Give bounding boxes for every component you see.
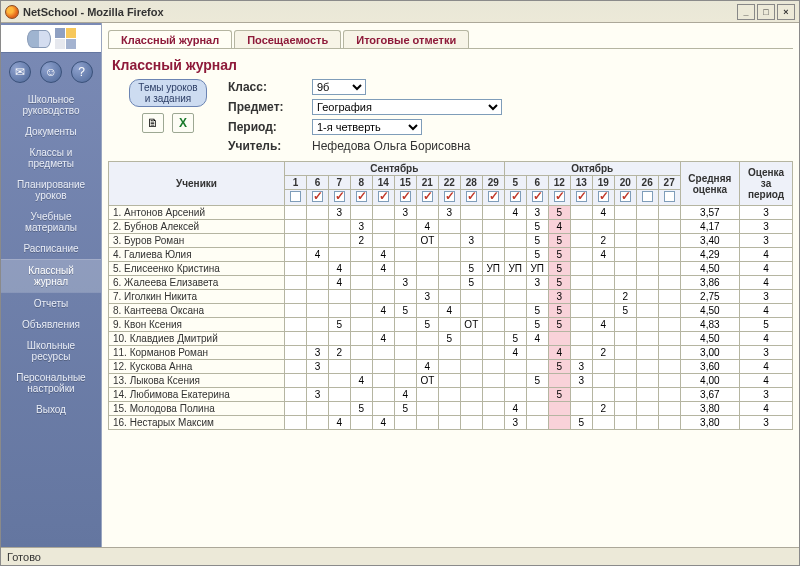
grade-cell[interactable] [482,304,504,318]
grade-cell[interactable] [658,206,680,220]
grade-cell[interactable] [526,388,548,402]
grade-cell[interactable] [658,402,680,416]
grade-cell[interactable] [394,262,416,276]
day-header[interactable]: 21 [416,176,438,190]
grade-cell[interactable]: 3 [526,276,548,290]
grade-cell[interactable] [614,248,636,262]
grade-cell[interactable] [394,346,416,360]
grade-cell[interactable]: 5 [548,234,570,248]
grade-cell[interactable]: 4 [504,206,526,220]
grade-cell[interactable] [306,276,328,290]
grade-cell[interactable]: 4 [328,262,350,276]
grade-cell[interactable] [570,290,592,304]
grade-cell[interactable] [328,234,350,248]
sidebar-item-10[interactable]: Персональныенастройки [1,367,101,399]
grade-cell[interactable] [504,304,526,318]
grade-cell[interactable] [504,276,526,290]
grade-cell[interactable] [526,360,548,374]
sidebar-item-5[interactable]: Расписание [1,238,101,259]
grade-cell[interactable] [592,276,614,290]
grade-cell[interactable] [592,388,614,402]
grade-cell[interactable]: 3 [328,206,350,220]
grade-cell[interactable]: 5 [526,234,548,248]
grade-cell[interactable] [482,234,504,248]
grade-cell[interactable] [350,276,372,290]
grade-cell[interactable] [438,290,460,304]
grade-cell[interactable] [438,248,460,262]
day-checkbox[interactable] [636,190,658,206]
grade-cell[interactable] [328,360,350,374]
sidebar-item-3[interactable]: Планированиеуроков [1,174,101,206]
grade-cell[interactable]: 5 [526,318,548,332]
student-name[interactable]: 3. Буров Роман [109,234,285,248]
help-icon[interactable]: ? [71,61,93,83]
day-checkbox[interactable] [526,190,548,206]
grade-cell[interactable] [592,262,614,276]
grade-cell[interactable] [658,360,680,374]
grade-cell[interactable] [306,374,328,388]
grade-cell[interactable]: 2 [592,234,614,248]
export-excel-button[interactable]: X [172,113,194,133]
student-name[interactable]: 9. Квон Ксения [109,318,285,332]
lesson-themes-button[interactable]: Темы урокови задания [129,79,206,107]
grade-cell[interactable] [350,346,372,360]
grade-cell[interactable]: 4 [372,248,394,262]
grade-cell[interactable] [570,248,592,262]
grade-cell[interactable] [636,374,658,388]
grade-cell[interactable]: 5 [548,360,570,374]
student-name[interactable]: 8. Кантеева Оксана [109,304,285,318]
grade-cell[interactable] [504,290,526,304]
grade-cell[interactable] [284,332,306,346]
grade-cell[interactable]: 5 [350,402,372,416]
grade-cell[interactable]: 5 [548,318,570,332]
grade-cell[interactable]: 5 [328,318,350,332]
grade-cell[interactable] [636,262,658,276]
grade-cell[interactable] [438,234,460,248]
grade-cell[interactable]: 5 [460,262,482,276]
grade-cell[interactable]: УП [526,262,548,276]
grade-cell[interactable] [350,262,372,276]
sidebar-item-11[interactable]: Выход [1,399,101,420]
grade-cell[interactable] [372,234,394,248]
grade-cell[interactable]: 4 [394,388,416,402]
grade-cell[interactable]: 3 [394,276,416,290]
sidebar-item-1[interactable]: Документы [1,121,101,142]
grade-cell[interactable] [570,346,592,360]
grade-cell[interactable] [306,234,328,248]
grade-cell[interactable] [328,332,350,346]
grade-cell[interactable]: 3 [438,206,460,220]
grade-cell[interactable] [394,220,416,234]
grade-cell[interactable] [350,332,372,346]
grade-cell[interactable]: 4 [372,416,394,430]
grade-cell[interactable] [592,360,614,374]
grade-cell[interactable]: 4 [328,416,350,430]
grade-cell[interactable] [372,346,394,360]
grade-cell[interactable] [284,416,306,430]
day-header[interactable]: 12 [548,176,570,190]
grade-cell[interactable] [306,332,328,346]
grade-cell[interactable] [614,416,636,430]
grade-cell[interactable] [592,290,614,304]
grade-cell[interactable] [614,206,636,220]
day-header[interactable]: 26 [636,176,658,190]
grade-cell[interactable] [460,220,482,234]
grade-cell[interactable] [350,206,372,220]
grade-cell[interactable]: УП [482,262,504,276]
grade-cell[interactable] [482,416,504,430]
student-name[interactable]: 5. Елисеенко Кристина [109,262,285,276]
grade-cell[interactable] [284,346,306,360]
grade-cell[interactable]: 2 [614,290,636,304]
grade-cell[interactable]: 4 [306,248,328,262]
day-checkbox[interactable] [438,190,460,206]
grade-cell[interactable] [284,360,306,374]
grade-cell[interactable] [636,276,658,290]
grade-cell[interactable]: 2 [592,346,614,360]
grade-cell[interactable] [372,276,394,290]
grade-cell[interactable] [482,248,504,262]
day-checkbox[interactable] [372,190,394,206]
grade-cell[interactable]: 5 [570,416,592,430]
grade-cell[interactable] [570,332,592,346]
grade-cell[interactable]: ОТ [416,234,438,248]
student-name[interactable]: 6. Жалеева Елизавета [109,276,285,290]
grade-cell[interactable] [570,262,592,276]
